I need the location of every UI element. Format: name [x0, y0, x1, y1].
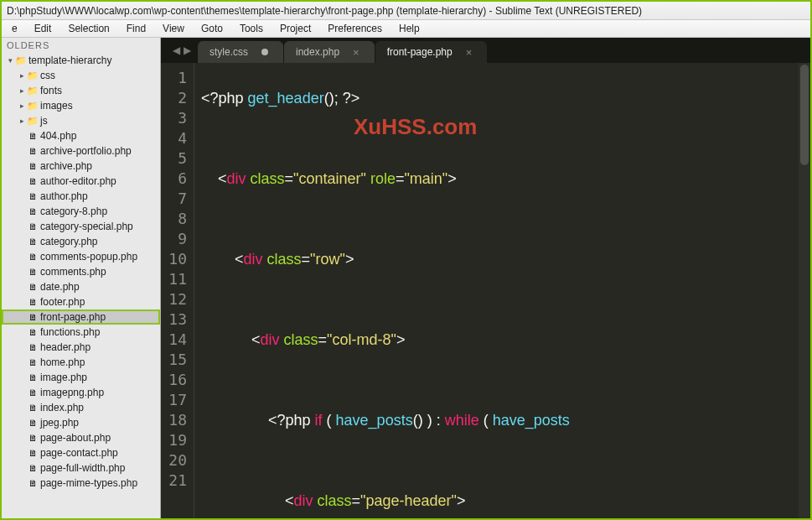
line-number: 15	[161, 350, 187, 370]
vertical-scrollbar[interactable]	[799, 63, 810, 518]
tree-file[interactable]: 🗎404.php	[2, 128, 160, 143]
menu-goto[interactable]: Goto	[193, 21, 231, 36]
line-number: 21	[161, 471, 187, 491]
tree-label: category.php	[40, 236, 98, 247]
folder-tree[interactable]: ▾📁template-hierarchy▸📁css▸📁fonts▸📁images…	[2, 53, 160, 518]
menu-project[interactable]: Project	[272, 21, 319, 36]
line-number: 11	[161, 269, 187, 289]
tree-label: template-hierarchy	[28, 55, 111, 66]
tree-file[interactable]: 🗎imagepng.php	[2, 385, 160, 400]
app-body: OLDERS ▾📁template-hierarchy▸📁css▸📁fonts▸…	[2, 38, 810, 518]
file-icon: 🗎	[27, 387, 39, 398]
file-icon: 🗎	[27, 418, 39, 428]
line-number: 18	[161, 410, 187, 430]
tree-file[interactable]: 🗎page-mime-types.php	[2, 476, 160, 491]
tree-file[interactable]: 🗎author.php	[2, 189, 160, 204]
tab-index-php[interactable]: index.php×	[284, 41, 375, 63]
disclosure-arrow-icon[interactable]: ▸	[17, 101, 27, 110]
nav-fwd-icon[interactable]: ▶	[184, 44, 191, 56]
tree-file[interactable]: 🗎page-contact.php	[2, 445, 160, 460]
tab-style-css[interactable]: style.css	[198, 41, 283, 63]
tree-folder[interactable]: ▸📁fonts	[2, 83, 160, 98]
nav-back-icon[interactable]: ◀	[173, 44, 180, 56]
tree-file[interactable]: 🗎comments.php	[2, 264, 160, 279]
tree-folder[interactable]: ▸📁js	[2, 113, 160, 128]
menu-help[interactable]: Help	[390, 21, 428, 36]
file-icon: 🗎	[27, 206, 39, 216]
tree-label: front-page.php	[40, 311, 106, 323]
code-editor[interactable]: <?php get_header(); ?> <div class="conta…	[194, 63, 799, 518]
tree-label: category-8.php	[40, 205, 107, 217]
editor-area: 123456789101112131415161718192021 <?php …	[161, 63, 810, 518]
close-icon[interactable]: ×	[353, 46, 359, 59]
tree-label: comments-popup.php	[40, 251, 137, 263]
tree-file[interactable]: 🗎image.php	[2, 370, 160, 385]
tab-front-page-php[interactable]: front-page.php×	[375, 41, 488, 63]
tree-label: imagepng.php	[40, 387, 104, 398]
tree-label: home.php	[40, 356, 85, 368]
line-number: 20	[161, 450, 187, 471]
menu-selection[interactable]: Selection	[59, 21, 117, 36]
menu-find[interactable]: Find	[118, 21, 154, 36]
menu-edit[interactable]: Edit	[26, 21, 60, 36]
sidebar-section-title: OLDERS	[2, 38, 160, 53]
tree-file[interactable]: 🗎front-page.php	[2, 309, 160, 325]
window-titlebar: D:\phpStudy\WWW\localwp.com\wp-content\t…	[2, 2, 810, 20]
menu-preferences[interactable]: Preferences	[319, 21, 390, 36]
file-icon: 🗎	[27, 372, 39, 382]
disclosure-arrow-icon[interactable]: ▾	[5, 56, 15, 65]
tree-label: page-mime-types.php	[40, 477, 137, 489]
tab-nav-arrows[interactable]: ◀ ▶	[166, 44, 198, 56]
file-icon: 🗎	[27, 448, 39, 458]
tree-label: images	[40, 100, 73, 112]
tab-label: front-page.php	[387, 46, 453, 58]
tree-label: js	[40, 115, 48, 127]
file-icon: 🗎	[27, 403, 39, 413]
tree-file[interactable]: 🗎date.php	[2, 279, 160, 294]
tree-label: image.php	[40, 372, 87, 383]
tree-file[interactable]: 🗎category-special.php	[2, 219, 160, 234]
tree-folder[interactable]: ▸📁css	[2, 68, 160, 83]
tree-file[interactable]: 🗎category.php	[2, 234, 160, 249]
tree-file[interactable]: 🗎category-8.php	[2, 204, 160, 219]
line-number: 10	[161, 249, 187, 269]
tree-file[interactable]: 🗎home.php	[2, 355, 160, 370]
scroll-thumb[interactable]	[800, 65, 809, 165]
tree-file[interactable]: 🗎header.php	[2, 340, 160, 355]
tree-file[interactable]: 🗎archive.php	[2, 159, 160, 174]
menu-bar: eEditSelectionFindViewGotoToolsProjectPr…	[2, 20, 810, 38]
tree-label: functions.php	[40, 326, 100, 338]
tree-file[interactable]: 🗎page-about.php	[2, 430, 160, 445]
tree-label: page-contact.php	[40, 447, 118, 459]
tree-label: date.php	[40, 281, 80, 293]
tree-label: 404.php	[40, 130, 76, 142]
disclosure-arrow-icon[interactable]: ▸	[17, 71, 27, 80]
line-number: 3	[161, 108, 187, 128]
tree-file[interactable]: 🗎index.php	[2, 400, 160, 415]
folder-icon: 📁	[27, 70, 39, 81]
close-icon[interactable]: ×	[466, 46, 473, 59]
tree-label: index.php	[40, 402, 84, 413]
file-icon: 🗎	[27, 237, 39, 247]
line-number: 2	[161, 88, 187, 108]
tree-file[interactable]: 🗎functions.php	[2, 325, 160, 340]
tree-file[interactable]: 🗎jpeg.php	[2, 415, 160, 430]
line-number: 7	[161, 189, 187, 209]
menu-tools[interactable]: Tools	[231, 21, 272, 36]
tree-file[interactable]: 🗎page-full-width.php	[2, 460, 160, 476]
tree-folder[interactable]: ▾📁template-hierarchy	[2, 53, 160, 68]
menu-e[interactable]: e	[3, 21, 26, 36]
menu-view[interactable]: View	[154, 21, 193, 36]
line-number: 5	[161, 148, 187, 169]
tree-file[interactable]: 🗎footer.php	[2, 294, 160, 309]
disclosure-arrow-icon[interactable]: ▸	[17, 117, 27, 125]
window-title: D:\phpStudy\WWW\localwp.com\wp-content\t…	[7, 5, 642, 17]
tree-file[interactable]: 🗎comments-popup.php	[2, 249, 160, 264]
line-number: 1	[161, 68, 187, 88]
folder-icon: 📁	[27, 116, 39, 127]
tree-folder[interactable]: ▸📁images	[2, 98, 160, 113]
disclosure-arrow-icon[interactable]: ▸	[17, 86, 27, 95]
tree-file[interactable]: 🗎archive-portfolio.php	[2, 143, 160, 159]
line-number: 14	[161, 330, 187, 350]
tree-file[interactable]: 🗎author-editor.php	[2, 174, 160, 189]
